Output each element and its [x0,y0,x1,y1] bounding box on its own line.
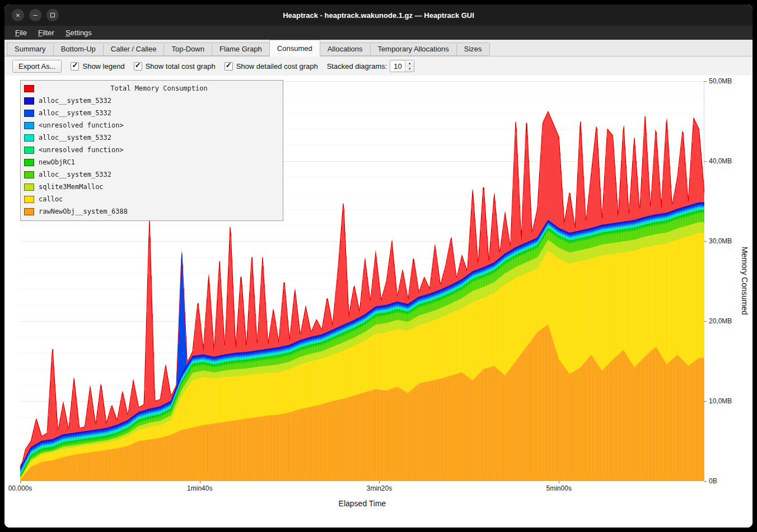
legend-entry: alloc__system_5332 [24,131,279,144]
checkbox-show-total-cost-graph[interactable]: ✓Show total cost graph [134,62,216,70]
legend-swatch-icon [24,110,34,117]
x-tickmark [200,481,200,483]
legend-entry-label: alloc__system_5332 [39,109,111,117]
y-axis-title: Memory Consumed [740,247,749,315]
x-axis-title: Elapsed Time [4,499,720,508]
legend-swatch-icon [24,171,34,178]
x-tickmark [20,481,21,483]
tabbar: SummaryBottom-UpCaller / CalleeTop-DownF… [4,40,753,57]
tab-allocations[interactable]: Allocations [320,43,370,56]
legend-title: Total Memory Consumption [39,84,279,92]
checkbox-show-legend[interactable]: ✓Show legend [71,62,124,70]
y-tickmark [704,161,707,162]
legend-entry: newObjRC1 [24,156,279,168]
legend-entry: alloc__system_5332 [24,95,279,107]
heaptrack-window: ✕ Heaptrack - heaptrack.wakunode.1.gz — … [4,4,753,528]
menu-item-settings[interactable]: Settings [60,27,97,38]
y-tick-label: 0B [709,477,717,485]
legend-entry-label: calloc [39,195,63,203]
checkbox-box[interactable]: ✓ [71,62,79,70]
legend-entry: alloc__system_5332 [24,107,279,119]
legend-entry: <unresolved function> [24,144,279,156]
checkbox-box[interactable]: ✓ [134,62,142,70]
checkbox-box[interactable]: ✓ [225,62,233,70]
y-tick-label: 10,0MB [709,397,732,405]
stacked-diagrams-value[interactable]: 10 [390,60,405,72]
close-icon[interactable]: ✕ [12,9,24,21]
spin-up-icon[interactable]: ▲ [405,60,414,67]
stacked-diagrams-spinbox[interactable]: 10 ▲ ▼ [390,60,414,72]
export-as-button[interactable]: Export As... [12,60,62,73]
tab-top-down[interactable]: Top-Down [163,43,212,56]
stacked-diagrams-control: Stacked diagrams: 10 ▲ ▼ [327,60,415,72]
toolbar: Export As... ✓Show legend✓Show total cos… [4,57,753,76]
spin-down-icon[interactable]: ▼ [405,67,414,72]
y-tickmark [704,401,707,402]
stacked-diagrams-label: Stacked diagrams: [327,62,387,70]
legend-entry-label: <unresolved function> [39,146,124,154]
legend-swatch-icon [24,196,34,203]
y-tickmark [704,241,707,242]
legend-swatch-icon [24,208,34,215]
legend-entry-label: <unresolved function> [39,121,124,129]
x-tick-label: 1min40s [187,484,212,492]
chart-area: Total Memory Consumptionalloc__system_53… [4,76,753,528]
legend-entry-label: alloc__system_5332 [39,171,111,178]
tab-sizes[interactable]: Sizes [456,43,490,56]
y-tick-label: 50,0MB [709,77,732,85]
y-tick-label: 20,0MB [709,317,732,325]
checkbox-label: Show total cost graph [146,62,216,70]
menu-item-filter[interactable]: Filter [33,27,59,38]
x-tick-label: 00.000s [8,484,32,492]
x-tickmark [559,481,559,483]
legend-swatch-icon [24,183,34,191]
check-icon: ✓ [226,61,232,69]
checkbox-label: Show detailed cost graph [236,62,318,70]
tab-caller-callee[interactable]: Caller / Callee [103,43,164,56]
chart-legend: Total Memory Consumptionalloc__system_53… [20,80,283,221]
legend-entry: sqlite3MemMalloc [24,181,279,193]
tab-temporary-allocations[interactable]: Temporary Allocations [370,43,456,56]
legend-swatch-icon [24,134,34,142]
legend-entry-label: rawNewObj__system_6388 [39,208,128,215]
y-tickmark [704,321,707,322]
legend-entry-label: alloc__system_5332 [39,97,111,105]
toolbar-checkboxes: ✓Show legend✓Show total cost graph✓Show … [71,62,317,70]
check-icon: ✓ [72,61,78,69]
legend-swatch-icon [24,159,34,166]
legend-swatch-icon [24,97,34,105]
x-tickmark [379,481,380,483]
menubar: FileFilterSettings [4,26,753,40]
check-icon: ✓ [135,61,141,69]
menu-item-file[interactable]: File [10,27,32,38]
tab-summary[interactable]: Summary [7,43,53,56]
checkbox-label: Show legend [82,62,124,70]
y-tick-label: 30,0MB [709,237,732,245]
legend-entry: rawNewObj__system_6388 [24,205,279,218]
spin-arrows: ▲ ▼ [405,60,414,72]
legend-entry-label: newObjRC1 [39,158,75,166]
titlebar[interactable]: ✕ Heaptrack - heaptrack.wakunode.1.gz — … [4,4,753,26]
y-tickmark [704,481,707,482]
window-title: Heaptrack - heaptrack.wakunode.1.gz — He… [4,11,753,20]
tab-flame-graph[interactable]: Flame Graph [212,43,269,56]
legend-swatch-icon [24,122,34,129]
y-tick-label: 40,0MB [709,157,732,165]
legend-entry: <unresolved function> [24,119,279,131]
checkbox-show-detailed-cost-graph[interactable]: ✓Show detailed cost graph [225,62,318,70]
legend-entry-label: alloc__system_5332 [39,134,111,142]
legend-entry: alloc__system_5332 [24,168,279,181]
window-controls: ✕ [12,9,59,21]
legend-swatch-icon [24,85,34,92]
tab-bottom-up[interactable]: Bottom-Up [53,43,103,56]
legend-entry: calloc [24,193,279,205]
x-tick-label: 3min20s [367,484,392,492]
x-tick-label: 5min00s [546,484,572,492]
tab-consumed[interactable]: Consumed [269,40,320,57]
y-tickmark [704,81,707,82]
maximize-icon[interactable] [46,9,59,21]
legend-entry-label: sqlite3MemMalloc [39,183,104,191]
legend-swatch-icon [24,147,34,154]
minimize-icon[interactable] [29,9,41,21]
legend-title-row: Total Memory Consumption [24,82,279,95]
